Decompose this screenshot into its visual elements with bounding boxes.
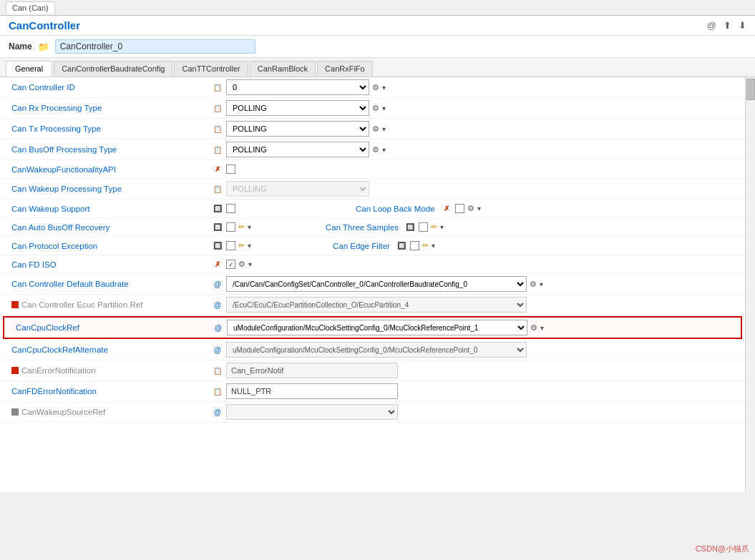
controls-can-busoff: 📋 POLLING INTERRUPT ⚙ ▾	[212, 142, 386, 157]
chevron-icon-edge-filter[interactable]: ▾	[432, 242, 435, 250]
gear-icon-tx[interactable]: ⚙	[372, 124, 379, 134]
label-container-wakeup-src: CanWakeupSourceRef	[11, 408, 212, 416]
pencil-icon-edge-filter[interactable]: ✏	[422, 241, 429, 250]
can-rx-processing-type-select[interactable]: POLLING INTERRUPT	[226, 100, 369, 116]
dropdown-wrapper-cpu-clock-ref: uModuleConfiguration/McuClockSettingConf…	[227, 320, 527, 335]
type-icon-protocol: 🔲	[212, 242, 223, 250]
tab-ram-block[interactable]: CanRamBlock	[250, 61, 316, 77]
at-icon[interactable]: @	[707, 20, 716, 31]
row-can-wakeup-processing-type: Can Wakeup Processing Type 📋 POLLING	[0, 179, 745, 200]
scrollbar-thumb[interactable]	[746, 79, 755, 100]
label-can-controller-default-baudrate: Can Controller Default Baudrate	[11, 280, 212, 288]
can-wakeup-processing-type-select[interactable]: POLLING	[226, 181, 369, 197]
tab-general[interactable]: General	[6, 61, 52, 77]
label-can-auto-busoff-recovery: Can Auto BusOff Recovery	[11, 223, 212, 232]
gear-icon-cpu-clock-ref[interactable]: ⚙	[530, 323, 537, 333]
name-input[interactable]	[55, 39, 255, 54]
gear-icon-fd-iso[interactable]: ⚙	[238, 260, 245, 269]
controls-can-wakeup-processing: 📋 POLLING	[212, 181, 369, 197]
checkbox-edge-filter[interactable]	[410, 241, 419, 250]
checkbox-loop-back[interactable]	[455, 204, 464, 213]
type-icon-baudrate: @	[212, 280, 223, 288]
type-icon-loop-back: ✗	[441, 205, 452, 212]
wakeup-source-ref-select[interactable]	[226, 404, 398, 420]
tab-rx-fifo[interactable]: CanRxFiFo	[317, 61, 373, 77]
chevron-down-icon-id[interactable]: ▾	[382, 84, 386, 92]
chevron-icon-three-samples[interactable]: ▾	[440, 223, 444, 231]
label-can-rx-processing-type: Can Rx Processing Type	[11, 104, 212, 112]
can-controller-id-select[interactable]: 0	[226, 79, 369, 95]
cpu-clock-ref-alternate-select[interactable]: uModuleConfiguration/McuClockSettingConf…	[226, 342, 527, 358]
header-actions: @ ⬆ ⬇	[707, 20, 746, 31]
tab-baudrate-config[interactable]: CanControllerBaudrateConfig	[54, 61, 172, 77]
label-can-wakeup-processing-type: Can Wakeup Processing Type	[11, 185, 212, 193]
gear-icon-baudrate[interactable]: ⚙	[530, 280, 537, 289]
controls-can-wakeup-api: ✗	[212, 164, 235, 174]
controls-baudrate: @ /Can/Can/CanConfigSet/CanController_0/…	[212, 276, 543, 292]
can-fd-error-notification-input[interactable]	[226, 383, 398, 399]
checkbox-wakeup-api[interactable]	[226, 164, 235, 174]
type-icon-wakeup-api: ✗	[212, 165, 223, 173]
can-tx-processing-type-select[interactable]: POLLING INTERRUPT	[226, 121, 369, 137]
red-square-ecuc	[11, 301, 19, 308]
can-busoff-processing-type-select[interactable]: POLLING INTERRUPT	[226, 142, 369, 157]
cpu-clock-ref-select[interactable]: uModuleConfiguration/McuClockSettingConf…	[227, 320, 527, 335]
gear-icon-busoff[interactable]: ⚙	[372, 145, 379, 154]
type-icon-ecuc: @	[212, 301, 223, 309]
controls-can-protocol: 🔲 ✏ ▾ Can Edge Filter 🔲 ✏ ▾	[212, 241, 435, 250]
chevron-icon-fd-iso[interactable]: ▾	[248, 260, 252, 268]
label-can-wakeup-functionality-api: CanWakeupFunctionalityAPI	[11, 165, 212, 174]
can-error-notification-input[interactable]	[226, 363, 398, 378]
row-can-controller-default-baudrate: Can Controller Default Baudrate @ /Can/C…	[0, 274, 745, 295]
main-content: Can Controller ID 📋 0 ⚙ ▾ Can Rx Process…	[0, 77, 745, 492]
row-can-fd-iso: Can FD ISO ✗ ✓ ⚙ ▾	[0, 255, 745, 274]
page-title: CanController	[9, 19, 80, 31]
down-icon[interactable]: ⬇	[739, 20, 746, 31]
chevron-icon-loop-back[interactable]: ▾	[477, 205, 481, 212]
checkbox-protocol[interactable]	[226, 241, 235, 250]
chevron-down-icon-tx[interactable]: ▾	[382, 125, 386, 133]
chevron-icon-auto-busoff[interactable]: ▾	[248, 223, 251, 231]
gray-square-wakeup-src	[11, 408, 19, 416]
dropdown-wrapper-id: 0	[226, 79, 369, 95]
row-can-controller-id: Can Controller ID 📋 0 ⚙ ▾	[0, 77, 745, 98]
up-icon[interactable]: ⬆	[724, 20, 731, 31]
scrollbar[interactable]	[745, 77, 755, 492]
label-can-controller-id: Can Controller ID	[11, 83, 212, 92]
label-can-loop-back-mode: Can Loop Back Mode	[356, 205, 435, 213]
baudrate-select[interactable]: /Can/Can/CanConfigSet/CanController_0/Ca…	[226, 276, 527, 292]
content-area: Can Controller ID 📋 0 ⚙ ▾ Can Rx Process…	[0, 77, 755, 492]
gear-icon-rx[interactable]: ⚙	[372, 104, 379, 113]
type-icon-rx: 📋	[212, 104, 223, 112]
chevron-icon-baudrate[interactable]: ▾	[540, 280, 543, 288]
checkbox-fd-iso[interactable]: ✓	[226, 260, 235, 269]
checkbox-three-samples[interactable]	[419, 222, 428, 232]
type-icon-fd-error-notif: 📋	[212, 388, 223, 396]
dropdown-wrapper-busoff: POLLING INTERRUPT	[226, 142, 369, 157]
gear-icon-id[interactable]: ⚙	[372, 83, 379, 92]
dropdown-wrapper-rx: POLLING INTERRUPT	[226, 100, 369, 116]
gear-icon-loop-back[interactable]: ⚙	[467, 204, 474, 213]
chevron-down-icon-busoff[interactable]: ▾	[382, 146, 386, 154]
pencil-icon-three-samples[interactable]: ✏	[431, 222, 437, 232]
tab-tt-controller[interactable]: CanTTController	[174, 61, 248, 77]
dropdown-wrapper-wakeup-processing: POLLING	[226, 181, 369, 197]
controls-wakeup-src: @	[212, 404, 398, 420]
top-tab[interactable]: Can (Can)	[6, 1, 55, 14]
pencil-icon-auto-busoff[interactable]: ✏	[238, 222, 245, 232]
label-can-edge-filter: Can Edge Filter	[333, 242, 390, 250]
chevron-icon-protocol[interactable]: ▾	[248, 242, 251, 250]
chevron-icon-cpu-clock-ref[interactable]: ▾	[540, 324, 544, 332]
label-container-error-notif: CanErrorNotification	[11, 366, 212, 375]
label-can-error-notification: CanErrorNotification	[21, 366, 96, 375]
ecuc-partition-ref-select[interactable]: /EcuC/EcuC/EcucPartitionCollection_O/Ecu…	[226, 297, 527, 313]
folder-icon: 📁	[38, 41, 49, 52]
checkbox-auto-busoff[interactable]	[226, 222, 235, 232]
checkbox-wakeup-support[interactable]	[226, 204, 235, 213]
chevron-down-icon-rx[interactable]: ▾	[382, 104, 386, 112]
controls-can-wakeup-support: 🔲 Can Loop Back Mode ✗ ⚙ ▾	[212, 204, 481, 213]
row-can-cpu-clock-ref: CanCpuClockRef @ uModuleConfiguration/Mc…	[3, 316, 742, 339]
type-icon-edge-filter: 🔲	[396, 242, 407, 250]
dropdown-wrapper-cpu-clock-alt: uModuleConfiguration/McuClockSettingConf…	[226, 342, 527, 358]
pencil-icon-protocol[interactable]: ✏	[238, 241, 245, 250]
